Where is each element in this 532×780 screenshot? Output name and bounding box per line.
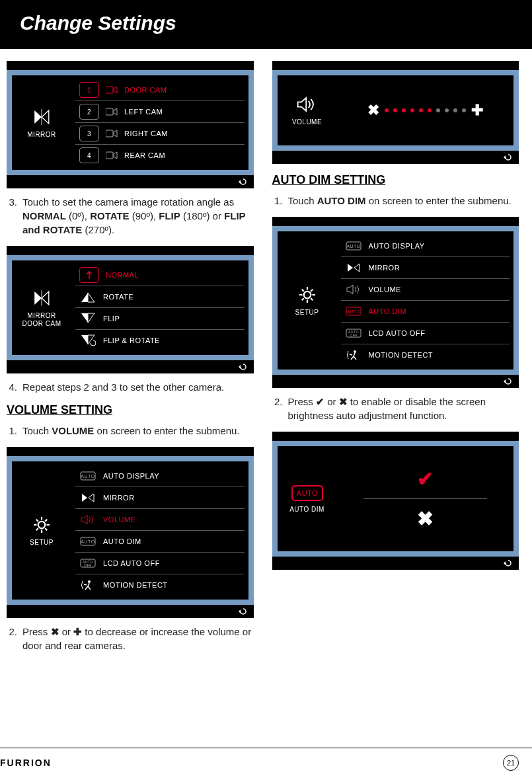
setup-row-volume[interactable]: VOLUME [75, 509, 245, 531]
motion-icon [345, 347, 362, 363]
auto-icon: AUTO [79, 533, 96, 549]
step-3: 3. Touch to set the camera image rotatio… [7, 195, 254, 237]
svg-marker-8 [114, 130, 117, 137]
camera-icon [106, 129, 118, 138]
setup-row-auto-dim[interactable]: AUTO AUTO DIM [75, 531, 245, 553]
svg-line-51 [311, 298, 313, 300]
setup-row-lcd-auto-off[interactable]: AUTOOFF LCD AUTO OFF [341, 323, 510, 344]
svg-line-52 [311, 289, 313, 291]
back-icon[interactable] [503, 376, 513, 387]
camera-icon [106, 107, 118, 116]
side-label: SETUP [295, 309, 319, 317]
setup-row-auto-dim[interactable]: AUTO AUTO DIM [341, 301, 510, 323]
auto-icon: AUTO [291, 485, 324, 502]
svg-marker-57 [354, 264, 360, 272]
back-icon[interactable] [238, 176, 248, 187]
speaker-icon [79, 512, 96, 527]
camera-row-right[interactable]: 3 RIGHT CAM [75, 123, 245, 145]
step-4: 4. Repeat steps 2 and 3 to set the other… [7, 380, 254, 394]
screenshot-autodim-toggle: AUTO AUTO DIM ✔ ✖ [272, 432, 519, 570]
autodim-step-2: 2. Press ✔ or ✖ to enable or disable the… [272, 395, 519, 422]
svg-marker-34 [89, 494, 94, 502]
autodim-enable-button[interactable]: ✔ [357, 459, 494, 498]
screenshot-setup-volume: SETUP AUTO AUTO DISPLAY MIRROR VOLUME [7, 447, 254, 618]
svg-marker-42 [239, 609, 241, 613]
screenshot-setup-autodim: SETUP AUTO AUTO DISPLAY MIRROR VOLUME [272, 217, 519, 388]
check-icon: ✔ [316, 396, 324, 407]
svg-text:AUTO: AUTO [346, 309, 360, 314]
svg-marker-68 [504, 561, 506, 565]
page-title: Change Settings [0, 0, 532, 49]
setup-row-motion-detect[interactable]: MOTION DETECT [341, 344, 510, 366]
mirror-icon [79, 490, 96, 506]
left-column: MIRROR 1 DOOR CAM 2 LEFT CAM 3 [7, 61, 254, 662]
svg-line-30 [36, 528, 38, 530]
svg-marker-10 [114, 152, 117, 159]
svg-text:AUTO: AUTO [296, 489, 317, 497]
autodim-step-1: 1. Touch AUTO DIM on screen to enter the… [272, 194, 519, 208]
svg-marker-58 [347, 285, 353, 294]
volume-dot [445, 108, 449, 112]
svg-line-50 [301, 289, 303, 291]
svg-marker-4 [114, 87, 117, 93]
volume-level-dots [385, 108, 466, 112]
camera-row-left[interactable]: 2 LEFT CAM [75, 101, 245, 123]
setup-row-motion-detect[interactable]: MOTION DETECT [75, 574, 245, 596]
svg-text:OFF: OFF [84, 563, 92, 567]
camera-row-rear[interactable]: 4 REAR CAM [75, 145, 245, 166]
volume-dot [410, 108, 414, 112]
page-number: 21 [503, 755, 519, 771]
back-icon[interactable] [238, 606, 248, 617]
svg-point-41 [88, 580, 91, 583]
back-icon[interactable] [503, 152, 513, 163]
volume-dot [393, 108, 397, 112]
autodim-disable-button[interactable]: ✖ [357, 499, 494, 538]
volume-dot [419, 108, 423, 112]
svg-marker-13 [42, 292, 49, 305]
setup-row-mirror[interactable]: MIRROR [341, 257, 510, 279]
svg-marker-21 [239, 365, 241, 369]
setup-row-auto-display[interactable]: AUTO AUTO DISPLAY [341, 235, 510, 257]
auto-off-icon: AUTOOFF [345, 325, 362, 341]
svg-marker-35 [81, 515, 87, 524]
volume-dot [402, 108, 406, 112]
volume-decrease-button[interactable]: ✖ [367, 102, 379, 119]
svg-marker-0 [34, 110, 42, 124]
svg-marker-20 [88, 335, 95, 344]
setup-row-mirror[interactable]: MIRROR [75, 487, 245, 509]
side-label: AUTO DIM [289, 506, 324, 514]
autodim-heading: AUTO DIM SETTING [272, 173, 519, 187]
setup-row-auto-display[interactable]: AUTO AUTO DISPLAY [75, 465, 245, 487]
camera-row-door[interactable]: 1 DOOR CAM [75, 79, 245, 101]
volume-dot [385, 108, 389, 112]
auto-icon: AUTO [345, 303, 362, 319]
auto-icon: AUTO [345, 238, 362, 254]
rotation-row-flip-rotate[interactable]: FLIP & ROTATE [75, 330, 245, 351]
screenshot-mirror-cameras: MIRROR 1 DOOR CAM 2 LEFT CAM 3 [7, 61, 254, 188]
svg-text:AUTO: AUTO [81, 539, 95, 544]
setup-row-lcd-auto-off[interactable]: AUTOOFF LCD AUTO OFF [75, 553, 245, 574]
gear-icon [30, 515, 54, 535]
mirror-icon [30, 288, 54, 308]
svg-point-22 [38, 521, 46, 528]
svg-line-29 [45, 519, 47, 521]
camera-icon [106, 151, 118, 160]
volume-step-1: 1. Touch VOLUME on screen to enter the s… [7, 424, 254, 438]
back-icon[interactable] [503, 558, 513, 568]
back-icon[interactable] [238, 362, 248, 372]
svg-point-64 [354, 350, 356, 353]
rotation-row-rotate[interactable]: ROTATE [75, 286, 245, 308]
svg-marker-43 [297, 98, 306, 111]
rotation-row-flip[interactable]: FLIP [75, 308, 245, 330]
svg-rect-7 [106, 130, 113, 137]
speaker-icon [345, 282, 362, 297]
setup-row-volume[interactable]: VOLUME [341, 279, 510, 301]
speaker-icon [295, 95, 319, 114]
volume-dot [453, 108, 457, 112]
svg-marker-44 [504, 155, 506, 159]
svg-marker-33 [82, 494, 87, 502]
volume-increase-button[interactable]: ✚ [471, 102, 483, 119]
side-label: MIRROR [27, 131, 56, 139]
svg-marker-6 [114, 108, 117, 115]
rotation-row-normal[interactable]: NORMAL [75, 264, 245, 286]
